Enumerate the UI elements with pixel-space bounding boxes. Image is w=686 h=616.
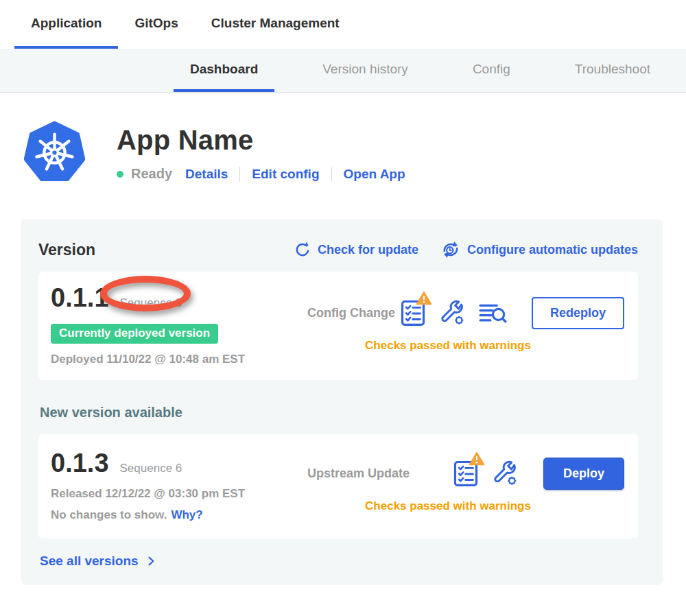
app-header: App Name Ready Details Edit config Open … [24, 121, 686, 185]
config-wrench-icon[interactable] [491, 459, 519, 488]
tab-dashboard[interactable]: Dashboard [174, 49, 274, 92]
released-timestamp: Released 12/12/22 @ 03:30 pm EST [51, 487, 272, 501]
top-nav-label: Cluster Management [211, 16, 340, 31]
top-nav: Application GitOps Cluster Management [0, 0, 686, 49]
deployed-timestamp: Deployed 11/10/22 @ 10:48 am EST [51, 353, 272, 366]
sub-nav: Dashboard Version history Config Trouble… [0, 49, 686, 93]
why-link[interactable]: Why? [171, 508, 202, 521]
see-all-versions-link[interactable]: See all versions [40, 554, 638, 569]
kubernetes-logo-icon [24, 121, 85, 185]
top-nav-label: GitOps [134, 16, 178, 31]
top-nav-item-application[interactable]: Application [14, 0, 118, 49]
warning-triangle-icon [469, 451, 485, 466]
no-changes-note: No changes to show. [51, 508, 167, 521]
refresh-icon [294, 241, 311, 259]
current-source-label: Config Change [307, 306, 395, 320]
top-nav-item-cluster-management[interactable]: Cluster Management [195, 0, 356, 49]
version-panel: Version Check for update Configure [21, 219, 663, 585]
available-sequence-label: Sequence 6 [120, 462, 182, 475]
top-nav-item-gitops[interactable]: GitOps [118, 0, 194, 49]
check-for-update-label: Check for update [318, 243, 418, 257]
available-version-number: 0.1.3 [51, 449, 109, 478]
tab-label: Troubleshoot [575, 62, 650, 77]
edit-config-link[interactable]: Edit config [252, 167, 319, 182]
divider [239, 167, 240, 182]
available-checks-status: Checks passed with warnings [272, 499, 624, 513]
redeploy-button[interactable]: Redeploy [532, 297, 624, 329]
preflight-checks-icon[interactable] [453, 459, 479, 488]
configure-automatic-updates-label: Configure automatic updates [467, 243, 638, 257]
preflight-checks-icon[interactable] [400, 298, 426, 327]
tab-label: Version history [322, 62, 408, 77]
see-all-versions-label: See all versions [40, 554, 139, 569]
tab-version-history[interactable]: Version history [306, 49, 425, 92]
tab-config[interactable]: Config [456, 49, 527, 92]
divider [331, 167, 332, 182]
current-checks-status: Checks passed with warnings [272, 339, 624, 353]
top-nav-label: Application [31, 16, 102, 31]
tab-troubleshoot[interactable]: Troubleshoot [558, 49, 667, 92]
check-for-update-link[interactable]: Check for update [294, 241, 418, 259]
available-version-card: 0.1.3 Sequence 6 Released 12/12/22 @ 03:… [38, 434, 638, 538]
schedule-update-icon [440, 239, 461, 260]
new-version-heading: New version available [40, 405, 638, 420]
version-section-title: Version [38, 241, 95, 259]
warning-triangle-icon [416, 291, 432, 305]
status-label: Ready [131, 166, 172, 182]
open-app-link[interactable]: Open App [344, 167, 405, 182]
configure-automatic-updates-link[interactable]: Configure automatic updates [440, 239, 638, 260]
available-source-label: Upstream Update [307, 466, 410, 481]
current-sequence-label: Sequence 3 [120, 296, 182, 309]
ready-status-dot-icon [117, 171, 123, 178]
deploy-button[interactable]: Deploy [543, 458, 624, 490]
app-name-title: App Name [117, 125, 405, 156]
current-version-card: 0.1.1 Sequence 3 Currently deployed vers… [38, 272, 638, 380]
current-version-number: 0.1.1 [51, 283, 109, 313]
chevron-right-icon [144, 554, 158, 568]
currently-deployed-badge: Currently deployed version [51, 324, 218, 344]
tab-label: Config [473, 62, 510, 77]
tab-label: Dashboard [190, 62, 258, 77]
details-link[interactable]: Details [185, 167, 228, 182]
config-wrench-icon[interactable] [438, 298, 466, 327]
view-diff-icon[interactable] [478, 300, 507, 325]
